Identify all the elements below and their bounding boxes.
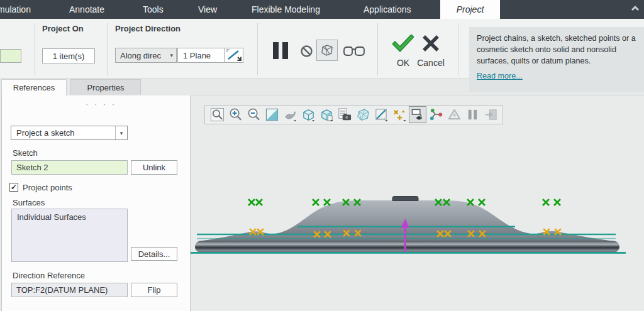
tab-project[interactable]: Project [440,0,500,19]
menu-item-view[interactable]: View [198,0,217,19]
unlink-button[interactable]: Unlink [131,160,177,175]
view-manager-icon[interactable] [336,106,353,123]
chevron-down-icon[interactable]: ▾ [115,126,127,139]
model-3d-view[interactable] [191,96,644,311]
display-style-icon[interactable] [299,106,317,123]
model-dome-surface[interactable] [269,200,538,234]
ok-button[interactable]: OK [391,35,415,68]
section-icon[interactable] [372,106,390,123]
details-button[interactable]: Details... [131,247,177,261]
ribbon: Project On 1 item(s) Project Direction A… [0,19,644,79]
ok-label: OK [391,58,415,68]
ribbon-separator [458,23,458,75]
project-on-label: Project On [42,24,84,33]
datum-display-icon[interactable] [391,106,408,123]
direction-reference-collector[interactable]: 1 Plane [177,48,225,63]
zoom-region-icon[interactable] [208,106,226,123]
pause-icon[interactable] [464,106,481,123]
close-icon [423,35,439,52]
bottom-datum-edge [191,252,626,254]
project-points-label: Project points [23,183,72,192]
wireframe-preview-icon[interactable] [316,40,338,61]
check-icon [392,35,414,52]
chevron-up-icon[interactable] [630,4,640,14]
project-direction-label: Project Direction [115,24,180,33]
zoom-out-icon[interactable] [245,106,262,123]
project-points-checkbox[interactable]: ✓ [9,183,18,192]
tooltip-help-box: Project chains, a sketch, sketched point… [469,27,644,92]
model-base-plate[interactable] [195,241,619,253]
ribbon-separator [35,23,35,75]
sketch-collector-field-partial[interactable] [0,49,21,63]
no-preview-icon[interactable] [300,45,313,58]
direction-reference-field[interactable]: TOP:F2(DATUM PLANE) [11,283,128,297]
shade-icon[interactable] [281,106,299,123]
menubar: mulation Annotate Tools View Flexible Mo… [0,0,644,19]
tooltip-text: Project chains, a sketch, sketched point… [477,33,636,67]
repaint-icon[interactable] [263,106,280,123]
surfaces-label: Surfaces [13,198,45,207]
read-more-link[interactable]: Read more... [477,72,523,80]
chevron-down-icon: ▾ [170,52,173,58]
direction-arrow-icon[interactable] [224,48,243,63]
cancel-label: Cancel [415,58,447,68]
pause-icon[interactable] [272,41,289,60]
projection-type-dropdown[interactable]: Project a sketch ▾ [11,126,128,140]
sketch-collector[interactable]: Sketch 2 [11,160,128,175]
menu-item-flexible-modeling[interactable]: Flexible Modeling [252,0,320,19]
tab-references[interactable]: References [1,79,67,95]
ribbon-separator [107,23,108,75]
direction-method-value: Along direc [120,51,161,60]
model-top-boss[interactable] [392,197,418,201]
direction-method-dropdown[interactable]: Along direc ▾ [115,48,177,63]
ribbon-separator [377,23,378,75]
direction-reference-label: Direction Reference [13,271,85,280]
project-on-collector[interactable]: 1 item(s) [42,48,95,63]
tree-icon[interactable] [445,106,463,123]
exit-icon[interactable] [482,106,499,123]
graphics-toolbar [204,105,503,124]
surfaces-list[interactable]: Individual Surfaces [11,209,128,262]
flip-button[interactable]: Flip [131,283,177,297]
tab-properties[interactable]: Properties [70,79,141,95]
projection-type-value: Project a sketch [11,128,75,138]
panel-drag-handle[interactable]: · · · · [86,99,116,109]
sketch-label: Sketch [13,148,38,158]
ribbon-separator [257,23,258,75]
saved-views-icon[interactable] [318,106,335,123]
zoom-in-icon[interactable] [226,106,244,123]
annotation-display-icon[interactable] [409,106,426,123]
menu-item-simulation[interactable]: mulation [0,0,31,19]
cancel-button[interactable]: Cancel [415,35,447,68]
menu-item-tools[interactable]: Tools [143,0,164,19]
menu-item-applications[interactable]: Applications [364,0,411,19]
spin-center-icon[interactable] [427,106,445,123]
graphics-viewport[interactable] [191,95,644,311]
glasses-preview-icon[interactable] [342,45,366,60]
perspective-icon[interactable] [354,106,372,123]
menu-item-annotate[interactable]: Annotate [69,0,104,19]
references-panel: · · · · Project a sketch ▾ Sketch Sketch… [1,95,191,311]
